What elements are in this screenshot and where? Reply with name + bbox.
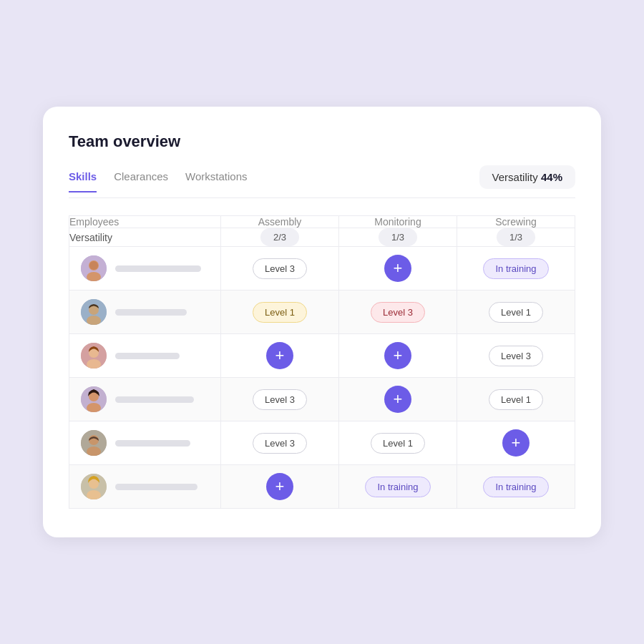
skill-level-chip: Level 3	[253, 258, 307, 279]
employee-name-placeholder	[115, 440, 190, 447]
skill-cell-monitoring: +	[339, 334, 457, 378]
employee-name-placeholder	[115, 484, 197, 490]
table-row: +In trainingIn training	[69, 465, 575, 509]
employee-name-placeholder	[115, 265, 201, 272]
employee-info	[69, 465, 220, 508]
employee-cell	[69, 421, 221, 465]
add-skill-button[interactable]: +	[384, 255, 411, 282]
employee-cell	[69, 291, 221, 334]
employee-info	[69, 291, 220, 333]
add-skill-button[interactable]: +	[384, 386, 411, 413]
skill-cell-assembly: Level 1	[221, 291, 339, 334]
employee-info	[69, 378, 220, 421]
tabs-container: Skills Clearances Workstations	[69, 170, 248, 192]
main-card: Team overview Skills Clearances Workstat…	[43, 107, 601, 537]
add-skill-button[interactable]: +	[266, 342, 293, 369]
skill-cell-screwing: In training	[457, 465, 575, 509]
col-header-monitoring: Monitoring	[339, 216, 457, 228]
employee-info	[69, 334, 220, 377]
skills-table: Employees Assembly Monitoring Screwing V…	[69, 215, 575, 509]
table-row: Level 3+Level 1	[69, 378, 575, 421]
employee-info	[69, 421, 220, 464]
add-skill-button[interactable]: +	[266, 473, 293, 500]
avatar	[81, 474, 107, 499]
col-header-assembly: Assembly	[221, 216, 339, 228]
avatar	[81, 299, 107, 325]
skill-cell-screwing: Level 1	[457, 378, 575, 421]
skill-cell-screwing: In training	[457, 247, 575, 291]
table-row: Level 3Level 1+	[69, 421, 575, 465]
employee-info	[69, 247, 220, 290]
employee-name-placeholder	[115, 353, 180, 359]
versatility-label: Versatility	[492, 171, 538, 183]
skill-cell-monitoring: Level 1	[339, 421, 457, 465]
table-row: Level 3+In training	[69, 247, 575, 291]
tab-clearances[interactable]: Clearances	[114, 170, 168, 192]
col-header-employees: Employees	[69, 216, 221, 228]
skill-cell-screwing: Level 1	[457, 291, 575, 334]
skill-cell-assembly: Level 3	[221, 378, 339, 421]
skill-level-chip: In training	[365, 477, 430, 497]
employee-cell	[69, 247, 221, 291]
employee-cell	[69, 465, 221, 509]
svg-point-3	[89, 261, 98, 270]
versatility-screwing-chip: 1/3	[497, 228, 535, 246]
employee-name-placeholder	[115, 396, 194, 403]
skill-level-chip: Level 3	[489, 346, 543, 366]
col-header-screwing: Screwing	[457, 216, 575, 228]
table-header-row: Employees Assembly Monitoring Screwing	[69, 216, 575, 228]
table-row: ++Level 3	[69, 334, 575, 378]
skill-cell-monitoring: +	[339, 378, 457, 421]
avatar	[81, 255, 107, 281]
versatility-screwing: 1/3	[457, 228, 575, 247]
versatility-badge: Versatility 44%	[479, 165, 575, 189]
skill-cell-monitoring: +	[339, 247, 457, 291]
employee-cell	[69, 378, 221, 421]
skill-level-chip: In training	[483, 258, 548, 279]
tab-workstations[interactable]: Workstations	[185, 170, 247, 192]
skill-level-chip: Level 1	[253, 302, 307, 323]
skill-cell-screwing: +	[457, 421, 575, 465]
skill-cell-assembly: +	[221, 465, 339, 509]
avatar	[81, 430, 107, 456]
versatility-value: 44%	[541, 171, 562, 183]
skill-level-chip: Level 1	[489, 302, 543, 323]
skill-cell-assembly: Level 3	[221, 247, 339, 291]
add-skill-button[interactable]: +	[502, 429, 530, 457]
skill-cell-assembly: +	[221, 334, 339, 378]
skill-cell-monitoring: Level 3	[339, 291, 457, 334]
versatility-assembly: 2/3	[221, 228, 339, 247]
versatility-monitoring: 1/3	[339, 228, 457, 247]
employee-cell	[69, 334, 221, 378]
skill-level-chip: Level 1	[371, 433, 425, 454]
skill-cell-monitoring: In training	[339, 465, 457, 509]
versatility-row-label: Versatility	[69, 228, 221, 247]
skill-level-chip: Level 3	[253, 389, 307, 410]
avatar	[81, 343, 107, 369]
avatar	[81, 386, 107, 412]
tab-skills[interactable]: Skills	[69, 170, 97, 192]
skill-cell-screwing: Level 3	[457, 334, 575, 378]
page-title: Team overview	[69, 132, 575, 151]
tabs-row: Skills Clearances Workstations Versatili…	[69, 165, 575, 198]
employee-name-placeholder	[115, 309, 187, 316]
table-row: Level 1Level 3Level 1	[69, 291, 575, 334]
versatility-monitoring-chip: 1/3	[379, 228, 417, 246]
versatility-row: Versatility 2/3 1/3 1/3	[69, 228, 575, 247]
add-skill-button[interactable]: +	[384, 342, 411, 369]
skill-level-chip: In training	[483, 477, 548, 497]
skill-level-chip: Level 3	[253, 433, 307, 454]
skill-cell-assembly: Level 3	[221, 421, 339, 465]
versatility-assembly-chip: 2/3	[260, 228, 299, 246]
skill-level-chip: Level 3	[371, 302, 425, 323]
skill-level-chip: Level 1	[489, 389, 543, 410]
